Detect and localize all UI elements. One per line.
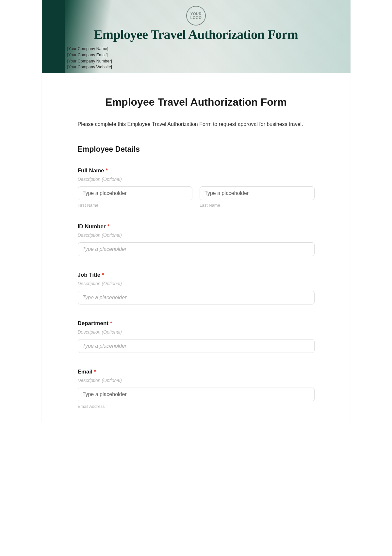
required-star: *	[106, 167, 108, 174]
field-label-department: Department *	[78, 320, 315, 327]
required-star: *	[102, 272, 104, 278]
first-name-input[interactable]	[78, 186, 193, 200]
required-star: *	[110, 320, 112, 326]
field-description: Description (Optional)	[78, 177, 315, 182]
field-description: Description (Optional)	[78, 329, 315, 335]
banner-title: Employee Travel Authorization Form	[42, 27, 351, 42]
document-page: YOUR LOGO Employee Travel Authorization …	[42, 0, 351, 422]
field-full-name: Full Name * Description (Optional) First…	[78, 167, 315, 208]
last-name-sublabel: Last Name	[200, 203, 315, 208]
email-input[interactable]	[78, 388, 315, 401]
department-input[interactable]	[78, 339, 315, 353]
label-text: Full Name	[78, 167, 104, 174]
logo-text: YOUR LOGO	[187, 12, 205, 20]
last-name-col: Last Name	[200, 186, 315, 208]
section-heading-employee-details: Employee Details	[78, 145, 315, 154]
form-title: Employee Travel Authorization Form	[78, 96, 315, 108]
field-job-title: Job Title * Description (Optional)	[78, 272, 315, 304]
label-text: Job Title	[78, 272, 101, 278]
field-email: Email * Description (Optional) Email Add…	[78, 369, 315, 409]
form-content: Employee Travel Authorization Form Pleas…	[42, 73, 351, 409]
field-label-id-number: ID Number *	[78, 223, 315, 230]
required-star: *	[94, 369, 96, 375]
job-title-input[interactable]	[78, 291, 315, 304]
field-label-email: Email *	[78, 369, 315, 375]
field-label-full-name: Full Name *	[78, 167, 315, 174]
company-name-line: [Your Company Name]	[67, 46, 112, 52]
field-department: Department * Description (Optional)	[78, 320, 315, 353]
first-name-sublabel: First Name	[78, 203, 193, 208]
field-label-job-title: Job Title *	[78, 272, 315, 278]
field-id-number: ID Number * Description (Optional)	[78, 223, 315, 256]
required-star: *	[107, 223, 109, 230]
field-description: Description (Optional)	[78, 233, 315, 238]
logo-placeholder: YOUR LOGO	[186, 6, 206, 26]
form-intro: Please complete this Employee Travel Aut…	[78, 119, 315, 129]
field-description: Description (Optional)	[78, 378, 315, 383]
company-website-line: [Your Company Website]	[67, 64, 112, 70]
field-description: Description (Optional)	[78, 281, 315, 286]
label-text: Department	[78, 320, 108, 326]
id-number-input[interactable]	[78, 242, 315, 256]
company-email-line: [Your Company Email]	[67, 52, 112, 58]
header-banner: YOUR LOGO Employee Travel Authorization …	[42, 0, 351, 73]
company-info-block: [Your Company Name] [Your Company Email]…	[67, 46, 112, 70]
last-name-input[interactable]	[200, 186, 315, 200]
full-name-row: First Name Last Name	[78, 186, 315, 208]
email-sublabel: Email Address	[78, 404, 315, 409]
label-text: Email	[78, 369, 92, 375]
first-name-col: First Name	[78, 186, 193, 208]
label-text: ID Number	[78, 223, 106, 230]
company-number-line: [Your Company Number]	[67, 58, 112, 64]
